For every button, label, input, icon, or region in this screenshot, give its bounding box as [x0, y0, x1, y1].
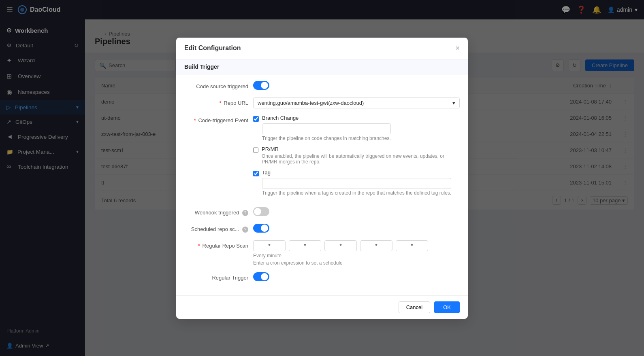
- checkbox-pr-mr-desc: Once enabled, the pipeline will be autom…: [262, 153, 460, 165]
- control-regular-repo: Every minute Enter a cron expression to …: [253, 240, 460, 266]
- form-row-repo-url: * Repo URL wenting.guo/amamba-test-gwt(z…: [184, 97, 460, 108]
- label-code-event: * Code-triggered Event: [184, 115, 253, 123]
- toggle-circle-code-source: [261, 82, 268, 89]
- label-regular-repo: * Regular Repo Scan: [184, 240, 253, 249]
- checkbox-tag: Tag Trigger the pipeline when a tag is c…: [253, 170, 460, 196]
- edit-configuration-modal: Edit Configuration × Build Trigger Code …: [176, 38, 468, 319]
- label-code-source: Code source triggered: [184, 81, 253, 89]
- toggle-webhook[interactable]: [253, 207, 269, 216]
- checkbox-pr-mr: PR/MR Once enabled, the pipeline will be…: [253, 146, 460, 165]
- label-regular-trigger: Regular Trigger: [184, 272, 253, 281]
- section-build-trigger: Build Trigger: [176, 59, 468, 74]
- label-repo-url: * Repo URL: [184, 97, 253, 106]
- checkbox-pr-mr-input[interactable]: [253, 147, 258, 153]
- toggle-code-source[interactable]: [253, 81, 269, 90]
- repo-url-select[interactable]: wenting.guo/amamba-test-gwt(zxw-daocloud…: [253, 97, 460, 108]
- form-row-code-event: * Code-triggered Event Branch Change Tri…: [184, 115, 460, 201]
- chevron-down-icon: ▾: [452, 100, 455, 106]
- cron-hint1: Every minute: [253, 253, 460, 259]
- checkbox-tag-input[interactable]: [253, 171, 259, 176]
- checkbox-tag-desc: Trigger the pipeline when a tag is creat…: [262, 190, 451, 196]
- branch-change-input[interactable]: [262, 123, 391, 134]
- cancel-button[interactable]: Cancel: [399, 301, 430, 313]
- cron-field-3[interactable]: [324, 240, 357, 251]
- form-row-webhook: Webhook triggered ?: [184, 207, 460, 217]
- modal-close-button[interactable]: ×: [455, 44, 460, 53]
- control-repo-url: wenting.guo/amamba-test-gwt(zxw-daocloud…: [253, 97, 460, 108]
- cron-field-1[interactable]: [253, 240, 286, 251]
- control-code-event: Branch Change Trigger the pipeline on co…: [253, 115, 460, 201]
- scheduled-repo-help-icon[interactable]: ?: [242, 227, 248, 233]
- checkbox-branch-change: Branch Change Trigger the pipeline on co…: [253, 115, 460, 141]
- checkbox-pr-mr-label: PR/MR: [262, 146, 460, 152]
- ok-button[interactable]: OK: [434, 301, 460, 313]
- form-row-scheduled-repo: Scheduled repo sc... ?: [184, 224, 460, 234]
- modal-footer: Cancel OK: [176, 295, 468, 319]
- form-section-build-trigger: Code source triggered * Repo URL: [176, 74, 468, 295]
- toggle-circle-webhook: [254, 208, 261, 215]
- modal-body: Build Trigger Code source triggered *: [176, 59, 468, 295]
- cron-hint2: Enter a cron expression to set a schedul…: [253, 260, 460, 266]
- toggle-regular-trigger[interactable]: [253, 272, 269, 281]
- control-code-source: [253, 81, 460, 91]
- cron-field-5[interactable]: [396, 240, 428, 251]
- toggle-circle-regular-trigger: [261, 273, 268, 280]
- cron-field-4[interactable]: [360, 240, 392, 251]
- checkbox-branch-change-desc: Trigger the pipeline on code changes in …: [262, 136, 391, 141]
- control-regular-trigger: [253, 272, 460, 282]
- webhook-help-icon[interactable]: ?: [242, 210, 248, 216]
- cron-field-2[interactable]: [289, 240, 321, 251]
- control-scheduled-repo: [253, 224, 460, 234]
- form-row-regular-repo: * Regular Repo Scan Every minute Enter a: [184, 240, 460, 266]
- toggle-scheduled-repo[interactable]: [253, 224, 269, 233]
- form-row-regular-trigger: Regular Trigger: [184, 272, 460, 282]
- form-row-code-source: Code source triggered: [184, 81, 460, 91]
- modal-overlay: Edit Configuration × Build Trigger Code …: [0, 0, 644, 356]
- checkbox-tag-label: Tag: [262, 170, 451, 176]
- modal-title: Edit Configuration: [184, 44, 241, 52]
- checkbox-branch-change-input[interactable]: [253, 116, 259, 122]
- label-scheduled-repo: Scheduled repo sc... ?: [184, 224, 253, 233]
- repo-url-value: wenting.guo/amamba-test-gwt(zxw-daocloud…: [258, 100, 364, 106]
- cron-row: [253, 240, 460, 251]
- tag-input[interactable]: [262, 178, 451, 189]
- label-webhook: Webhook triggered ?: [184, 207, 253, 216]
- control-webhook: [253, 207, 460, 217]
- checkbox-branch-change-label: Branch Change: [262, 115, 391, 121]
- modal-header: Edit Configuration ×: [176, 38, 468, 59]
- toggle-circle-scheduled-repo: [261, 225, 268, 232]
